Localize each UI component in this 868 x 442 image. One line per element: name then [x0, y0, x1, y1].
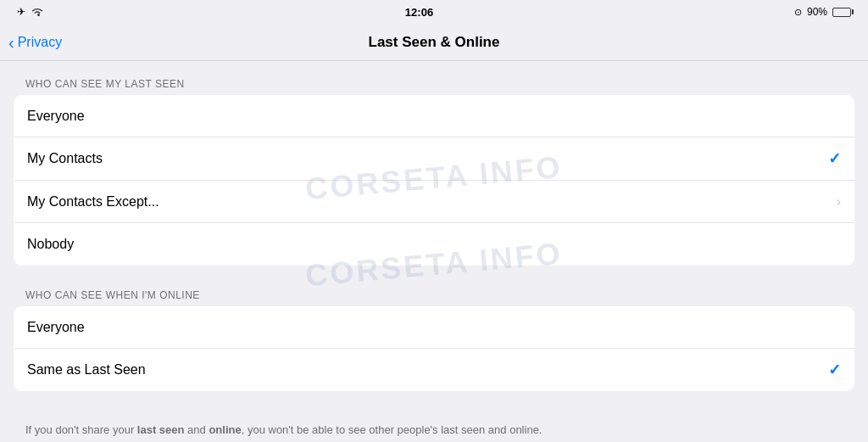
list-item[interactable]: Everyone	[14, 95, 854, 137]
list-group-online: Everyone Same as Last Seen ✓	[14, 306, 854, 391]
list-item[interactable]: Same as Last Seen ✓	[14, 349, 854, 391]
page-title: Last Seen & Online	[369, 34, 500, 51]
section-label-last-seen: WHO CAN SEE MY LAST SEEN	[0, 78, 868, 95]
section-online: WHO CAN SEE WHEN I'M ONLINE Everyone Sam…	[0, 289, 868, 391]
chevron-right-icon: ›	[837, 194, 841, 210]
checkmark-online-icon: ✓	[828, 361, 841, 379]
section-label-online: WHO CAN SEE WHEN I'M ONLINE	[0, 289, 868, 306]
item-label-everyone-online: Everyone	[27, 320, 85, 335]
item-label-everyone: Everyone	[27, 109, 85, 124]
section-last-seen: WHO CAN SEE MY LAST SEEN Everyone My Con…	[0, 78, 868, 266]
back-button[interactable]: ‹ Privacy	[8, 34, 62, 51]
screen: ✈ 12:06 ⊙ 90% ‹ Privacy Last Seen & Onli…	[0, 0, 868, 442]
time-display: 12:06	[405, 6, 433, 19]
list-item[interactable]: Everyone	[14, 306, 854, 349]
list-item[interactable]: My Contacts Except... ›	[14, 181, 854, 223]
nav-bar: ‹ Privacy Last Seen & Online	[0, 24, 868, 61]
list-item[interactable]: Nobody	[14, 223, 854, 266]
airplane-icon: ✈	[17, 6, 25, 18]
item-label-my-contacts: My Contacts	[27, 151, 103, 166]
location-icon: ⊙	[794, 7, 802, 18]
status-left: ✈	[17, 6, 44, 18]
content-area: WHO CAN SEE MY LAST SEEN Everyone My Con…	[0, 61, 868, 442]
item-label-my-contacts-except: My Contacts Except...	[27, 194, 159, 210]
back-chevron-icon: ‹	[8, 34, 14, 51]
list-item[interactable]: My Contacts ✓	[14, 137, 854, 181]
battery-icon	[832, 8, 851, 17]
status-right: ⊙ 90%	[794, 6, 851, 18]
checkmark-icon: ✓	[828, 149, 841, 168]
item-label-nobody: Nobody	[27, 237, 74, 252]
status-bar: ✈ 12:06 ⊙ 90%	[0, 0, 868, 24]
footer-note: If you don't share your last seen and on…	[0, 415, 868, 442]
list-group-last-seen: Everyone My Contacts ✓ My Contacts Excep…	[14, 95, 854, 266]
item-label-same-as-last-seen: Same as Last Seen	[27, 362, 146, 378]
battery-percent: 90%	[807, 6, 827, 18]
back-label: Privacy	[18, 35, 62, 50]
wifi-icon	[31, 7, 44, 17]
